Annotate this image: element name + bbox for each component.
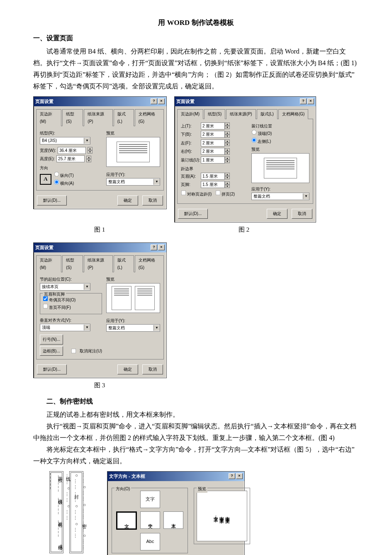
- close-button[interactable]: ×: [236, 473, 243, 479]
- line-numbers-button[interactable]: 行号(N)...: [40, 335, 63, 345]
- textbox-2: ……○……○……密……○……○……封……○……○……线……○……○……: [69, 471, 83, 553]
- help-button[interactable]: ?: [229, 473, 235, 479]
- height-label: 高度(E):: [40, 155, 55, 163]
- figure-1-caption: 图 1: [33, 223, 166, 238]
- portrait-radio[interactable]: [54, 172, 59, 177]
- preview-box: [251, 153, 309, 183]
- cancel-button[interactable]: 取消: [292, 209, 312, 219]
- section-2-para-1: 正规的试卷上都有密封线，用文本框来制作。: [33, 409, 359, 421]
- figure-3-caption: 图 3: [33, 379, 166, 394]
- preview-label: 预览: [106, 130, 160, 137]
- tab-layout[interactable]: 版式(L): [257, 109, 278, 119]
- tab-margins[interactable]: 页边距(M): [36, 255, 61, 272]
- dir-option-vertical-lr[interactable]: 文字: [116, 511, 137, 530]
- page-setup-dialog-margins: 页面设置 ? × 页边距(M) 纸型(S) 纸张来源(P) 版式(L) 文档网格…: [174, 96, 316, 222]
- tab-source[interactable]: 纸张来源(P): [226, 109, 256, 119]
- tab-margins[interactable]: 页边距(M): [177, 109, 203, 119]
- tab-grid[interactable]: 文档网格(G): [135, 255, 164, 272]
- apply-to-combo[interactable]: 整篇文档▼: [106, 324, 160, 332]
- tab-grid[interactable]: 文档网格(G): [135, 109, 164, 126]
- header-label: 页眉(A):: [181, 173, 201, 180]
- height-spin[interactable]: [86, 156, 91, 162]
- bottom-spin[interactable]: [225, 131, 230, 138]
- default-button[interactable]: 默认(D)...: [37, 364, 67, 374]
- left-spin[interactable]: [225, 139, 230, 146]
- right-spin[interactable]: [225, 148, 230, 155]
- suppress-endnote-check[interactable]: [71, 348, 76, 353]
- left-label: 左(F):: [181, 139, 201, 147]
- tab-layout[interactable]: 版式(L): [114, 255, 134, 272]
- right-label: 右(H):: [181, 148, 201, 155]
- section-start-combo[interactable]: 接续本页▼: [40, 283, 90, 291]
- gutter-spin[interactable]: [225, 156, 230, 163]
- apply-to-combo[interactable]: 整篇文档▼: [251, 193, 309, 200]
- width-field[interactable]: 36.4 厘米: [58, 147, 86, 154]
- top-field[interactable]: 2 厘米: [201, 122, 225, 130]
- gutter-left-radio[interactable]: [252, 137, 257, 142]
- width-spin[interactable]: [88, 147, 93, 154]
- preview-box: [106, 137, 160, 167]
- section-1-para: 试卷通常使用 B4 纸、横向、分两栏印刷，因此在制作之前，先要设置页面。启动 W…: [33, 46, 359, 92]
- ok-button[interactable]: 确定: [117, 364, 138, 374]
- help-button[interactable]: ?: [300, 98, 307, 104]
- tab-source[interactable]: 纸张来源(P): [84, 255, 112, 272]
- landscape-radio[interactable]: [54, 179, 59, 184]
- footer-field[interactable]: 1.5 厘米: [201, 181, 225, 188]
- gutter-field[interactable]: 1 厘米: [201, 156, 225, 164]
- ok-button[interactable]: 确定: [117, 196, 138, 205]
- apply-to-label: 应用于(Y):: [251, 186, 309, 193]
- apply-to-label: 应用于(Y):: [106, 171, 160, 178]
- textbox-1: 学校_____ 班级_____ 姓名_____ 成绩_____: [49, 471, 63, 553]
- direction-group-title: 方向(O): [114, 485, 131, 493]
- tab-paper[interactable]: 纸型(S): [204, 109, 225, 119]
- dir-option-horizontal[interactable]: 文字: [140, 491, 160, 508]
- default-button[interactable]: 默认(D)...: [178, 209, 208, 219]
- dir-option-rotated[interactable]: Abc: [140, 533, 160, 550]
- cancel-button[interactable]: 取消: [142, 364, 163, 374]
- first-page-check[interactable]: [43, 304, 48, 309]
- seal-line-textboxes: 学校_____ 班级_____ 姓名_____ 成绩_____ ……○……○………: [49, 471, 83, 553]
- help-button[interactable]: ?: [151, 98, 157, 104]
- header-spin[interactable]: [225, 173, 230, 179]
- ok-button[interactable]: 确定: [267, 209, 287, 219]
- tab-layout[interactable]: 版式(L): [114, 109, 134, 126]
- close-button[interactable]: ×: [158, 244, 165, 250]
- top-spin[interactable]: [225, 122, 230, 129]
- paper-type-combo[interactable]: B4 (JIS)▼: [40, 137, 90, 144]
- portrait-label: 纵向(T): [60, 173, 74, 178]
- tab-grid[interactable]: 文档网格(G): [278, 109, 308, 119]
- tab-paper[interactable]: 纸型(S): [62, 109, 83, 126]
- cancel-button[interactable]: 取消: [142, 196, 163, 205]
- left-field[interactable]: 2 厘米: [201, 139, 225, 147]
- close-button[interactable]: ×: [158, 98, 165, 104]
- orientation-label: 方向: [40, 164, 102, 172]
- footer-spin[interactable]: [225, 181, 230, 188]
- height-field[interactable]: 25.7 厘米: [56, 155, 85, 162]
- figure-2-caption: 图 2: [173, 223, 314, 238]
- default-button[interactable]: 默认(D)...: [37, 196, 67, 205]
- tab-source[interactable]: 纸张来源(P): [84, 109, 112, 126]
- tab-margins[interactable]: 页边距(M): [36, 109, 61, 126]
- apply-to-combo[interactable]: 整篇文档▼: [106, 178, 160, 186]
- section-start-label: 节的起始位置(C):: [40, 276, 102, 283]
- mirror-margins-check[interactable]: [181, 190, 186, 195]
- preview-label: 预览: [106, 276, 160, 283]
- bottom-field[interactable]: 2 厘米: [201, 131, 225, 138]
- preview-label: 预览: [251, 146, 309, 153]
- tab-paper[interactable]: 纸型(S): [62, 255, 83, 272]
- borders-button[interactable]: 边框(B)...: [40, 346, 63, 356]
- paper-type-label: 纸型(R):: [40, 130, 102, 137]
- header-field[interactable]: 1.5 厘米: [201, 173, 225, 180]
- dir-option-vertical-rl[interactable]: 文本: [163, 511, 183, 529]
- section-1-heading: 一、设置页面: [33, 32, 359, 44]
- odd-even-check[interactable]: [43, 296, 48, 301]
- close-button[interactable]: ×: [307, 98, 314, 104]
- preview-group-title: 预览: [197, 485, 207, 493]
- two-up-check[interactable]: [215, 190, 220, 195]
- valign-combo[interactable]: 顶端▼: [40, 324, 90, 331]
- dir-option-vertical-cn[interactable]: 中文: [140, 511, 160, 529]
- right-field[interactable]: 2 厘米: [201, 148, 225, 155]
- gutter-pos-label: 装订线位置: [251, 122, 272, 130]
- gutter-top-radio[interactable]: [252, 130, 257, 135]
- help-button[interactable]: ?: [151, 244, 157, 250]
